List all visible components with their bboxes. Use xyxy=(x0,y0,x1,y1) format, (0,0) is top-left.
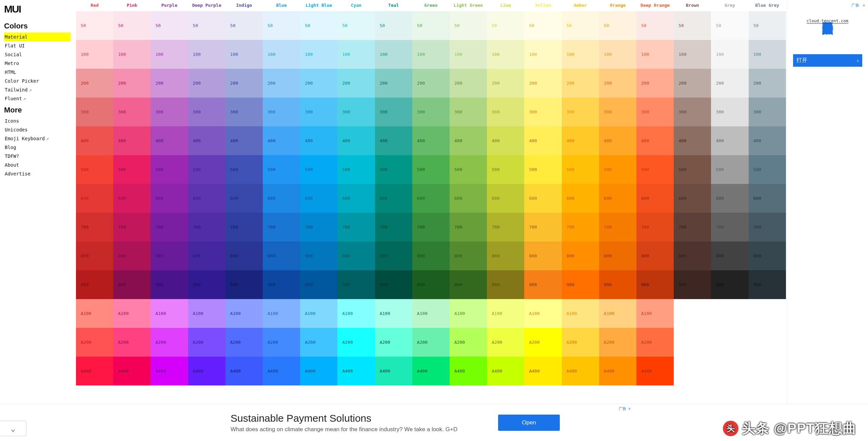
swatch-indigo-800[interactable]: 800 xyxy=(225,241,263,270)
swatch-lime-50[interactable]: 50 xyxy=(487,11,524,40)
swatch-deep-orange-300[interactable]: 300 xyxy=(636,98,674,126)
swatch-brown-500[interactable]: 500 xyxy=(674,155,711,184)
nav-advertise[interactable]: Advertise xyxy=(4,169,71,178)
swatch-yellow-50[interactable]: 50 xyxy=(524,11,561,40)
swatch-light-blue-900[interactable]: 900 xyxy=(300,270,337,299)
swatch-green-700[interactable]: 700 xyxy=(412,213,450,241)
swatch-lime-200[interactable]: 200 xyxy=(487,69,524,98)
swatch-deep-orange-900[interactable]: 900 xyxy=(636,270,674,299)
swatch-blue-grey-A400[interactable] xyxy=(749,357,786,385)
swatch-orange-100[interactable]: 100 xyxy=(599,40,636,69)
swatch-yellow-800[interactable]: 800 xyxy=(524,241,561,270)
swatch-cyan-400[interactable]: 400 xyxy=(337,126,375,155)
hue-header-brown[interactable]: Brown xyxy=(674,0,711,11)
swatch-pink-100[interactable]: 100 xyxy=(113,40,151,69)
hue-header-cyan[interactable]: Cyan xyxy=(337,0,375,11)
swatch-pink-300[interactable]: 300 xyxy=(113,98,151,126)
swatch-blue-200[interactable]: 200 xyxy=(263,69,300,98)
swatch-grey-800[interactable]: 800 xyxy=(711,241,748,270)
swatch-green-A400[interactable]: A400 xyxy=(412,357,450,385)
close-icon[interactable]: ✕ xyxy=(863,3,865,7)
swatch-yellow-A400[interactable]: A400 xyxy=(524,357,561,385)
swatch-brown-100[interactable]: 100 xyxy=(674,40,711,69)
swatch-light-blue-A100[interactable]: A100 xyxy=(300,299,337,328)
nav-emoji-keyboard[interactable]: Emoji Keyboard↗ xyxy=(4,134,71,143)
swatch-orange-A100[interactable]: A100 xyxy=(599,299,636,328)
swatch-orange-50[interactable]: 50 xyxy=(599,11,636,40)
swatch-amber-400[interactable]: 400 xyxy=(562,126,599,155)
swatch-amber-300[interactable]: 300 xyxy=(562,98,599,126)
swatch-light-blue-500[interactable]: 500 xyxy=(300,155,337,184)
swatch-lime-A100[interactable]: A100 xyxy=(487,299,524,328)
swatch-brown-800[interactable]: 800 xyxy=(674,241,711,270)
swatch-cyan-50[interactable]: 50 xyxy=(337,11,375,40)
hue-header-deep-orange[interactable]: Deep Orange xyxy=(636,0,674,11)
hue-header-blue[interactable]: Blue xyxy=(263,0,300,11)
swatch-light-green-A200[interactable]: A200 xyxy=(450,328,487,357)
swatch-deep-orange-50[interactable]: 50 xyxy=(636,11,674,40)
swatch-cyan-100[interactable]: 100 xyxy=(337,40,375,69)
swatch-light-blue-400[interactable]: 400 xyxy=(300,126,337,155)
swatch-lime-800[interactable]: 800 xyxy=(487,241,524,270)
swatch-deep-purple-300[interactable]: 300 xyxy=(188,98,225,126)
swatch-blue-grey-300[interactable]: 300 xyxy=(749,98,786,126)
swatch-deep-purple-900[interactable]: 900 xyxy=(188,270,225,299)
swatch-indigo-600[interactable]: 600 xyxy=(225,184,263,213)
swatch-indigo-300[interactable]: 300 xyxy=(225,98,263,126)
swatch-red-200[interactable]: 200 xyxy=(76,69,113,98)
swatch-blue-500[interactable]: 500 xyxy=(263,155,300,184)
swatch-indigo-200[interactable]: 200 xyxy=(225,69,263,98)
swatch-orange-700[interactable]: 700 xyxy=(599,213,636,241)
swatch-deep-orange-A400[interactable]: A400 xyxy=(636,357,674,385)
swatch-deep-purple-800[interactable]: 800 xyxy=(188,241,225,270)
swatch-light-green-800[interactable]: 800 xyxy=(450,241,487,270)
hue-header-amber[interactable]: Amber xyxy=(562,0,599,11)
swatch-blue-grey-A100[interactable] xyxy=(749,299,786,328)
swatch-teal-300[interactable]: 300 xyxy=(375,98,412,126)
swatch-teal-400[interactable]: 400 xyxy=(375,126,412,155)
swatch-brown-300[interactable]: 300 xyxy=(674,98,711,126)
logo[interactable]: MUI xyxy=(4,3,71,19)
swatch-cyan-700[interactable]: 700 xyxy=(337,213,375,241)
hue-header-light-blue[interactable]: Light Blue xyxy=(300,0,337,11)
hue-header-yellow[interactable]: Yellow xyxy=(524,0,561,11)
swatch-blue-grey-800[interactable]: 800 xyxy=(749,241,786,270)
swatch-grey-300[interactable]: 300 xyxy=(711,98,748,126)
swatch-yellow-500[interactable]: 500 xyxy=(524,155,561,184)
swatch-deep-purple-700[interactable]: 700 xyxy=(188,213,225,241)
swatch-red-800[interactable]: 800 xyxy=(76,241,113,270)
swatch-pink-800[interactable]: 800 xyxy=(113,241,151,270)
swatch-amber-600[interactable]: 600 xyxy=(562,184,599,213)
swatch-orange-300[interactable]: 300 xyxy=(599,98,636,126)
swatch-deep-purple-A100[interactable]: A100 xyxy=(188,299,225,328)
swatch-green-900[interactable]: 900 xyxy=(412,270,450,299)
swatch-deep-orange-200[interactable]: 200 xyxy=(636,69,674,98)
swatch-amber-A400[interactable]: A400 xyxy=(562,357,599,385)
swatch-teal-100[interactable]: 100 xyxy=(375,40,412,69)
swatch-grey-A400[interactable] xyxy=(711,357,748,385)
swatch-light-green-500[interactable]: 500 xyxy=(450,155,487,184)
swatch-cyan-A400[interactable]: A400 xyxy=(337,357,375,385)
swatch-blue-900[interactable]: 900 xyxy=(263,270,300,299)
swatch-light-blue-A400[interactable]: A400 xyxy=(300,357,337,385)
swatch-deep-purple-50[interactable]: 50 xyxy=(188,11,225,40)
swatch-blue-A200[interactable]: A200 xyxy=(263,328,300,357)
swatch-deep-purple-200[interactable]: 200 xyxy=(188,69,225,98)
swatch-blue-700[interactable]: 700 xyxy=(263,213,300,241)
hue-header-pink[interactable]: Pink xyxy=(113,0,151,11)
swatch-teal-600[interactable]: 600 xyxy=(375,184,412,213)
swatch-amber-A200[interactable]: A200 xyxy=(562,328,599,357)
swatch-indigo-900[interactable]: 900 xyxy=(225,270,263,299)
bottom-ad-headline[interactable]: Sustainable Payment Solutions xyxy=(231,413,457,424)
collapse-button[interactable]: ⌄ xyxy=(0,421,26,436)
swatch-orange-500[interactable]: 500 xyxy=(599,155,636,184)
swatch-blue-300[interactable]: 300 xyxy=(263,98,300,126)
swatch-blue-grey-400[interactable]: 400 xyxy=(749,126,786,155)
swatch-lime-A400[interactable]: A400 xyxy=(487,357,524,385)
swatch-indigo-400[interactable]: 400 xyxy=(225,126,263,155)
swatch-teal-800[interactable]: 800 xyxy=(375,241,412,270)
swatch-indigo-A400[interactable]: A400 xyxy=(225,357,263,385)
hue-header-grey[interactable]: Grey xyxy=(711,0,748,11)
swatch-yellow-600[interactable]: 600 xyxy=(524,184,561,213)
swatch-pink-500[interactable]: 500 xyxy=(113,155,151,184)
